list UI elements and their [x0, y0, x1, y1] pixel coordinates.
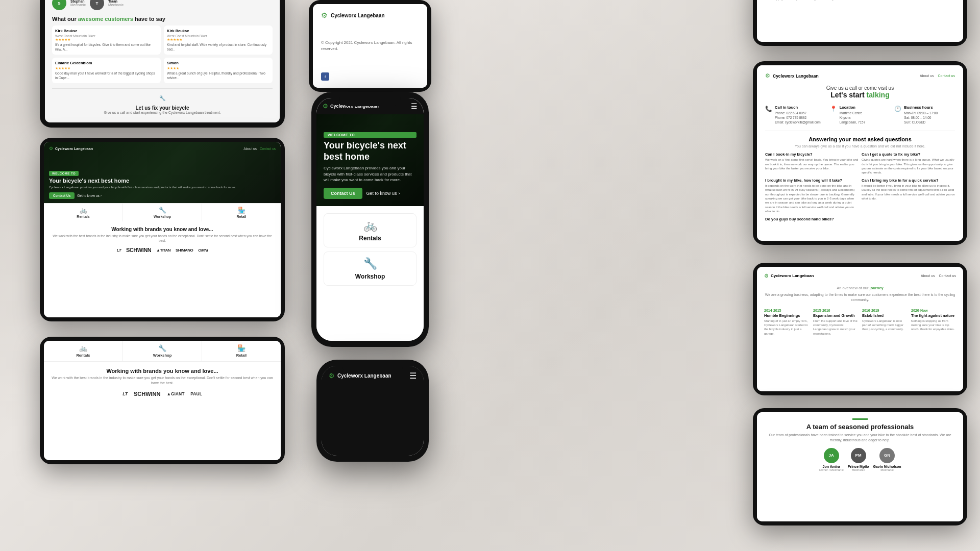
workshop-label: Workshop [154, 215, 171, 218]
faq-a: It would be better if you bring in your … [862, 184, 955, 201]
screen-footer-small: ⚙ Cycleworx Langebaan © Copyright 2021 C… [757, 0, 963, 42]
fix-subtitle: Give us a call and start experiencing th… [52, 111, 273, 114]
member-name-3: Gavin Nicholson [873, 465, 901, 468]
hero-nav-links: About us Contact us [243, 147, 276, 151]
brands-title: Working with brands you know and love... [50, 227, 275, 232]
contact-hours-box: 🕐 Business hours Mon-Fri: 09:00 – 17:00S… [894, 105, 955, 124]
timeline-item: 2014-2015 Humble Beginnings Starting of … [764, 309, 809, 336]
welcome-badge: WELCOME TO [49, 171, 79, 176]
staff-role: Mechanic [70, 3, 86, 7]
contact-btn[interactable]: Contact Us [49, 192, 75, 199]
hamburger-icon[interactable]: ☰ [411, 102, 418, 110]
brands-subtitle: We work with the best brands in the indu… [50, 234, 275, 243]
know-btn-text: Get to know us [366, 191, 397, 196]
retail-label: Retail [236, 215, 246, 218]
brands-title-b: Working with brands you know and love... [51, 368, 274, 374]
brands-section-bottom: Working with brands you know and love...… [44, 362, 281, 403]
journey-nav-contact[interactable]: Contact us [939, 274, 956, 278]
logo-row: ⚙ Cycleworx Langebaan [321, 11, 419, 19]
email-val: Email: cycleworxlb@gmail.com [775, 120, 821, 124]
nav-contact[interactable]: Contact us [938, 74, 955, 78]
reviewer-title: West Coast Mountain Biker [55, 34, 158, 38]
service-rentals-b[interactable]: 🚲 Rentals [44, 341, 123, 361]
contact-heading: Give us a call or come visit us [765, 85, 955, 91]
contact-nav: ⚙ Cycleworx Langebaan About us Contact u… [765, 72, 955, 79]
know-btn[interactable]: Get to know us › [77, 194, 102, 197]
location-val: Martime CentreKnysnaLangebaan, 7157 [840, 111, 866, 124]
brand-schwinn: SCHWINN [126, 247, 151, 253]
journey-nav-about[interactable]: About us [921, 274, 935, 278]
service-rentals[interactable]: 🚲 Rentals [44, 204, 123, 221]
screen-phone-main: ⚙ Cycleworx Langebaan ☰ WELCOME TO Your … [316, 98, 424, 341]
timeline-heading: Established [862, 313, 907, 318]
title-highlight: awesome customers [78, 16, 133, 22]
brand-schwinn-b: SCHWINN [134, 391, 161, 397]
service-retail[interactable]: 🏪 Retail [202, 204, 281, 221]
brand-titan: ▲TITAN [156, 248, 170, 253]
faq-item: Can I get a quote to fix my bike? Giving… [862, 152, 955, 175]
phone-welcome-badge: WELCOME TO [324, 132, 416, 138]
faq-q: Can I book-in my bicycle? [765, 152, 859, 157]
service-workshop[interactable]: 🔧 Workshop [123, 204, 202, 221]
screen-journey: ⚙ Cycleworx Langebaan About us Contact u… [757, 267, 963, 391]
brand-lt: LT [117, 248, 121, 253]
contact-phone-box: 📞 Call in touch Phone: 022 634 0057 Phon… [765, 105, 826, 124]
contact-location-box: 📍 Location Martime CentreKnysnaLangebaan… [830, 105, 891, 124]
review-text: What a great bunch of guys! Helpful, fri… [167, 71, 270, 80]
brands-subtitle-b: We work with the best brands in the indu… [51, 375, 274, 386]
team-member-2: PM Prince Mpilo Mechanic [848, 448, 869, 471]
contact-subheading: Let's start talking [765, 91, 955, 99]
faq-a: Giving quotes are hard when there is a l… [862, 158, 955, 175]
service-retail-b[interactable]: 🏪 Retail [202, 341, 281, 361]
services-row: 🚲 Rentals 🔧 Workshop 🏪 Retail [44, 203, 281, 221]
phone-know-btn[interactable]: Get to know us › [366, 191, 400, 196]
svc-rentals[interactable]: 🚲 Rentals [324, 213, 416, 247]
svc-workshop[interactable]: 🔧 Workshop [324, 252, 416, 286]
team-title: A team of seasoned professionals [764, 423, 956, 431]
brand-name-contact: Cycleworx Langebaan [773, 73, 819, 79]
hero-logo: ⚙ Cycleworx Langebaan [49, 146, 93, 151]
screen-brands-bottom: 🚲 Rentals 🔧 Workshop 🏪 Retail Working wi… [44, 341, 281, 460]
contact-nav-links: About us Contact us [920, 74, 955, 78]
hamburger-icon-bottom[interactable]: ☰ [409, 371, 416, 381]
hero-nav: ⚙ Cycleworx Langebaan About us Contact u… [49, 146, 276, 151]
review-card: Simon ★★★★ What a great bunch of guys! H… [164, 58, 273, 83]
faq-title: Answering your most asked questions [765, 136, 955, 142]
service-workshop-b[interactable]: 🔧 Workshop [123, 341, 202, 361]
workshop-icon: 🔧 [159, 207, 166, 214]
timeline-year: 2014-2015 [764, 309, 809, 312]
tablet-homepage: ⚙ Cycleworx Langebaan About us Contact u… [40, 138, 285, 321]
faq-item: Can I bring my bike in for a quick servi… [862, 178, 955, 214]
call-label: Call in touch [775, 105, 821, 110]
team-subtitle: Our team of professionals have been trai… [764, 433, 956, 443]
retail-label-b: Retail [236, 353, 247, 358]
review-text: It's a great hospital for bicycles. Give… [55, 43, 158, 52]
reviews-grid: Kirk Beukse West Coast Mountain Biker ★★… [52, 26, 273, 83]
faq-q: Do you guys buy second hand bikes? [765, 217, 859, 221]
stars: ★★★★★ [55, 66, 158, 70]
wrench-icon: 🔧 [157, 93, 167, 103]
hero-section: ⚙ Cycleworx Langebaan About us Contact u… [44, 142, 281, 203]
arrow-icon: › [399, 191, 400, 196]
hero-nav-contact[interactable]: Contact us [260, 147, 276, 151]
mobile-val: Phone: 072 735 8882 [775, 115, 821, 120]
tablet-brands-bottom: 🚲 Rentals 🔧 Workshop 🏪 Retail Working wi… [40, 337, 285, 464]
facebook-icon[interactable]: f [321, 72, 329, 81]
avatar-prince: PM [851, 448, 866, 463]
brands-logos-row: LT SCHWINN ▲TITAN SHIMANO OMNI [50, 247, 275, 253]
tablet-contact: ⚙ Cycleworx Langebaan About us Contact u… [753, 61, 967, 245]
member-role-2: Mechanic [848, 468, 869, 471]
journey-subtitle: We are a growing business, adapting to t… [764, 292, 956, 303]
nav-about[interactable]: About us [920, 74, 934, 78]
screen-footer: ⚙ Cycleworx Langebaan © Copyright 2021 C… [313, 4, 427, 88]
location-label: Location [840, 105, 866, 110]
contact-heading-block: Give us a call or come visit us Let's st… [765, 85, 955, 99]
services-row-bottom: 🚲 Rentals 🔧 Workshop 🏪 Retail [44, 341, 281, 362]
screen-phone-bottom: ⚙ Cycleworx Langebaan ☰ [322, 366, 424, 456]
phone-hero-buttons: Contact Us Get to know us › [324, 188, 416, 199]
reviewer-name: Elmarie Geldenblom [55, 61, 158, 65]
timeline-text: Nothing is stopping us from making sure … [911, 319, 956, 332]
hero-nav-about[interactable]: About us [243, 147, 257, 151]
svc-workshop-icon: 🔧 [363, 257, 377, 270]
phone-contact-btn[interactable]: Contact Us [324, 188, 362, 199]
